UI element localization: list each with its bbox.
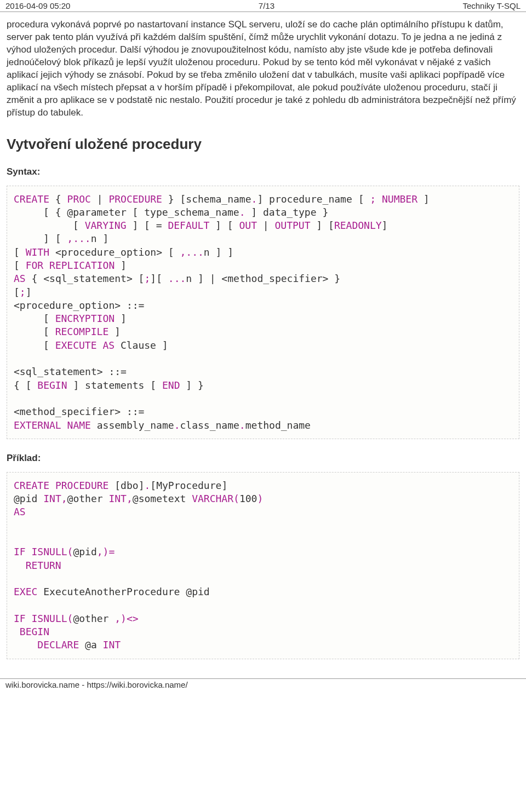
kw-readonly: READONLY — [334, 220, 382, 231]
kw-procedure: PROCEDURE — [108, 193, 162, 205]
tok-execanother: ExecuteAnotherProcedure — [43, 586, 180, 597]
kw-output: OUTPUT — [275, 220, 310, 231]
kw-begin: BEGIN — [37, 379, 67, 391]
kw-varying: VARYING — [85, 220, 127, 231]
kw-int1: INT — [43, 493, 61, 504]
tok-schema-name: schema_name — [186, 193, 251, 205]
tok-other2: @other — [73, 613, 108, 624]
tok-data-type: data_type — [263, 206, 317, 218]
tok-pid2: @pid — [73, 546, 96, 557]
example-label: Příklad: — [7, 453, 519, 464]
kw-as2: AS — [102, 339, 115, 351]
tok-assembly-name: assembly_name — [97, 419, 174, 431]
kw-begin2: BEGIN — [20, 626, 49, 637]
kw-isnull1: ISNULL — [32, 546, 67, 557]
tok-type-schema-name: type_schema_name — [144, 206, 239, 218]
kw-execute-as: EXECUTE — [55, 339, 97, 351]
kw-create2: CREATE — [14, 480, 49, 491]
tok-procedure-option: procedure_option — [61, 246, 156, 258]
tok-pid: @pid — [14, 493, 37, 504]
tok-method-specifier: method_specifier — [227, 273, 322, 284]
kw-int2: INT — [108, 493, 127, 504]
tok-statements: statements — [85, 379, 144, 391]
kw-for: FOR — [26, 260, 44, 271]
example-code-block: CREATE PROCEDURE [dbo].[MyProcedure] @pi… — [7, 472, 519, 659]
tok-myprocedure: MyProcedure — [156, 480, 221, 491]
tok-clause: Clause — [121, 339, 156, 351]
tok-n1: n — [91, 233, 97, 244]
tok-pid3: @pid — [186, 586, 209, 597]
kw-proc: PROC — [67, 193, 91, 205]
tok-a: @a — [85, 639, 97, 650]
tok-100: 100 — [239, 493, 258, 504]
tok-sometext: @sometext — [133, 493, 186, 504]
kw-out: OUT — [239, 220, 257, 231]
kw-if2: IF — [14, 613, 26, 624]
tok-procedure-name: procedure_name — [269, 193, 352, 205]
kw-default: DEFAULT — [168, 220, 209, 231]
kw-end: END — [162, 379, 180, 391]
header-title: Techniky T-SQL — [462, 1, 521, 10]
kw-as3: AS — [14, 506, 26, 517]
tok-n2: n — [204, 246, 210, 258]
kw-as: AS — [14, 273, 26, 284]
tok-other: @other — [67, 493, 103, 504]
kw-external: EXTERNAL — [14, 419, 61, 431]
kw-number: NUMBER — [382, 193, 418, 205]
kw-replication: REPLICATION — [49, 260, 115, 271]
tok-method-name: method_name — [245, 419, 311, 431]
kw-if1: IF — [14, 546, 26, 557]
tok-sql-statement: sql_statement — [49, 273, 127, 284]
kw-return: RETURN — [26, 560, 61, 571]
kw-exec: EXEC — [14, 586, 37, 597]
page-footer: wiki.borovicka.name - https://wiki.borov… — [0, 678, 526, 690]
body-paragraph: procedura vykonává poprvé po nastartovan… — [7, 19, 519, 119]
tok-n3: n — [186, 273, 192, 284]
tok-parameter: @parameter — [67, 206, 126, 218]
tok-class-name: class_name — [180, 419, 239, 431]
kw-create: CREATE — [14, 193, 49, 205]
kw-varchar: VARCHAR — [192, 493, 233, 504]
tok-procedure-option2: procedure_option — [20, 300, 115, 311]
header-page-number: 7/13 — [259, 1, 275, 10]
kw-name: NAME — [67, 419, 91, 431]
kw-declare: DECLARE — [37, 639, 79, 650]
kw-recompile: RECOMPILE — [55, 326, 109, 337]
kw-procedure2: PROCEDURE — [55, 480, 109, 491]
kw-encryption: ENCRYPTION — [55, 313, 115, 324]
header-date: 2016-04-09 05:20 — [5, 1, 70, 10]
page-content: procedura vykonává poprvé po nastartovan… — [0, 12, 526, 678]
section-heading: Vytvoření uložené procedury — [7, 136, 519, 153]
kw-isnull2: ISNULL — [32, 613, 67, 624]
tok-method-specifier2: method_specifier — [20, 406, 115, 417]
syntax-code-block: CREATE { PROC | PROCEDURE } [schema_name… — [7, 186, 519, 439]
footer-text: wiki.borovicka.name - https://wiki.borov… — [5, 680, 188, 689]
kw-with: WITH — [26, 246, 49, 258]
page-header: 2016-04-09 05:20 7/13 Techniky T-SQL — [0, 0, 526, 12]
kw-int3: INT — [103, 639, 121, 650]
tok-sql-statement2: sql_statement — [20, 366, 97, 377]
tok-dbo: dbo — [121, 480, 139, 491]
syntax-label: Syntax: — [7, 166, 519, 177]
